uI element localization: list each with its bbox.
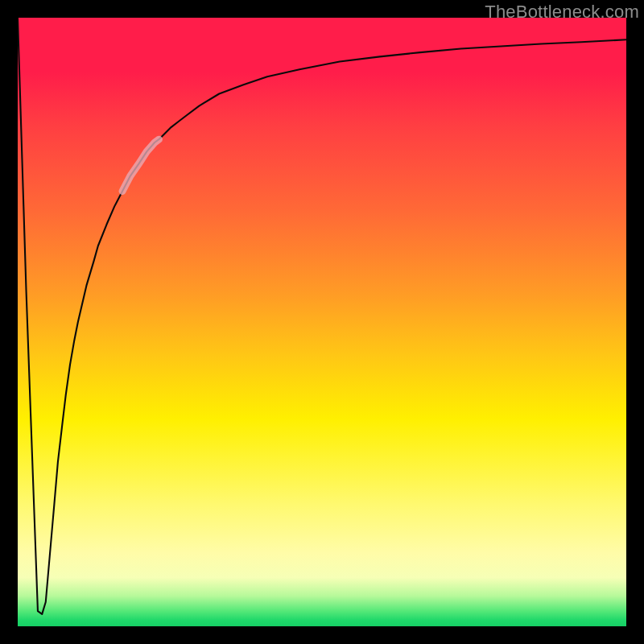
curve-layer: [18, 18, 626, 626]
watermark-text: TheBottleneck.com: [485, 2, 639, 23]
bottleneck-curve: [18, 18, 626, 614]
chart-frame: TheBottleneck.com: [0, 0, 644, 644]
plot-area: [18, 18, 626, 626]
curve-highlight: [122, 139, 159, 191]
